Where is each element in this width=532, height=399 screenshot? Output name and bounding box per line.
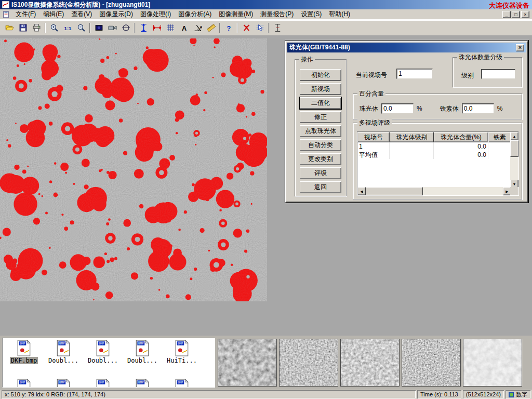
mdi-restore-button[interactable]: □: [512, 11, 520, 18]
capture-icon: [95, 23, 103, 32]
menu-item-help[interactable]: 帮助(H): [325, 9, 354, 20]
multiview-table: 视场号 珠光体级别 珠光体含量(%) 铁素 1 0.0 平均值: [357, 131, 519, 196]
menu-item-view[interactable]: 查看(V): [68, 9, 96, 20]
vertical-scrollbar[interactable]: ▲ ▼: [510, 132, 518, 188]
op-grade-button[interactable]: 评级: [300, 167, 341, 179]
op-initialize-button[interactable]: 初始化: [300, 69, 341, 81]
dialog-title: 珠光体(GB/T9441-88): [289, 43, 350, 52]
header-cell-ferrite[interactable]: 铁素: [488, 132, 511, 142]
file-item-partial[interactable]: [123, 379, 162, 388]
op-pick-pearlite-button[interactable]: 点取珠光体: [300, 125, 341, 137]
ferrite-label: 铁素体: [440, 104, 459, 113]
table-cell: 0.0: [434, 142, 488, 151]
horizontal-scroll-thumb[interactable]: [366, 187, 423, 195]
micrograph-image[interactable]: [0, 38, 267, 301]
thumbnail-5[interactable]: [463, 339, 522, 387]
file-name: Doubl...: [87, 357, 119, 364]
delete-button[interactable]: [240, 21, 253, 34]
table-row[interactable]: 平均值 0.0: [357, 151, 511, 159]
file-item-double-1[interactable]: Doubl...: [44, 340, 83, 364]
vertical-scroll-thumb[interactable]: [510, 140, 518, 157]
header-cell-level[interactable]: 珠光体级别: [390, 132, 434, 142]
horizontal-scroll-track[interactable]: [366, 187, 503, 195]
zoom-in-button[interactable]: [47, 21, 61, 34]
text-annotation-button[interactable]: A: [177, 21, 191, 34]
file-name: HuiTi...: [166, 357, 198, 364]
menu-item-edit[interactable]: 编辑(E): [39, 9, 68, 20]
op-new-field-button[interactable]: 新视场: [300, 83, 341, 95]
scroll-left-button[interactable]: ◀: [357, 187, 366, 195]
save-button[interactable]: [16, 21, 30, 34]
level-label: 级别: [461, 71, 474, 80]
help-button[interactable]: ?: [222, 21, 235, 34]
file-item-partial[interactable]: [163, 379, 201, 388]
measure-horizontal-button[interactable]: [150, 21, 164, 34]
thumbnail-3[interactable]: [340, 339, 400, 387]
file-item-dkf[interactable]: DKF.bmp: [5, 340, 43, 364]
level-input[interactable]: [481, 69, 515, 79]
mdi-close-button[interactable]: ×: [521, 11, 529, 18]
menu-item-image-measure[interactable]: 图像测量(M): [215, 9, 257, 20]
camera-button[interactable]: [105, 21, 119, 34]
current-view-input[interactable]: [396, 69, 433, 79]
red-x-scissors-icon: [242, 23, 251, 32]
menu-item-file[interactable]: 文件(F): [12, 9, 39, 20]
grade-count-group-label: 珠光体数量分级: [457, 54, 504, 61]
open-button[interactable]: [3, 21, 16, 34]
bmp-file-icon: [136, 379, 149, 388]
file-item-double-3[interactable]: Doubl...: [123, 340, 162, 364]
thumbnail-2[interactable]: [279, 339, 338, 387]
op-change-class-button[interactable]: 更改类别: [300, 153, 341, 165]
grid-button[interactable]: [164, 21, 177, 34]
operations-group: 操作 初始化 新视场 二值化 修正 点取珠光体 自动分类 更改类别 评级 返回: [295, 59, 347, 196]
actual-size-button[interactable]: 1:1: [61, 21, 74, 34]
menu-item-measure-report[interactable]: 测量报告(P): [257, 9, 297, 20]
op-binarize-button[interactable]: 二值化: [300, 97, 341, 109]
file-item-partial[interactable]: [44, 379, 83, 388]
pointer-select-button[interactable]: [253, 21, 267, 34]
op-auto-classify-button[interactable]: 自动分类: [300, 139, 341, 151]
op-return-button[interactable]: 返回: [300, 181, 341, 193]
video-camera-icon: [108, 23, 117, 32]
bmp-file-icon: [17, 340, 31, 356]
menu-item-image-analysis[interactable]: 图像分析(A): [175, 9, 215, 20]
print-button[interactable]: [30, 21, 43, 34]
zoom-out-button[interactable]: [74, 21, 88, 34]
dialog-close-button[interactable]: ×: [516, 44, 524, 51]
thumbnail-4[interactable]: [402, 339, 461, 387]
document-icon: [3, 11, 10, 18]
scroll-up-button[interactable]: ▲: [510, 132, 518, 140]
capture-button[interactable]: [92, 21, 105, 34]
ruler-button[interactable]: [204, 21, 218, 34]
file-item-double-2[interactable]: Doubl...: [84, 340, 122, 364]
file-item-partial[interactable]: [84, 379, 122, 388]
measure-vertical-button[interactable]: [137, 21, 150, 34]
table-row[interactable]: 1 0.0: [357, 142, 511, 151]
menu-item-image-display[interactable]: 图像显示(D): [96, 9, 137, 20]
vertical-measure-icon: [139, 23, 148, 32]
file-item-huiti[interactable]: HuiTi...: [163, 340, 201, 364]
caliper-button[interactable]: [271, 21, 284, 34]
mdi-window-controls: _ □ ×: [502, 11, 532, 18]
mdi-minimize-button[interactable]: _: [502, 11, 511, 18]
pearlite-percent-input[interactable]: [381, 103, 414, 114]
bmp-file-icon: [136, 340, 149, 356]
toolbar-separator: [134, 23, 135, 33]
menu-item-settings[interactable]: 设置(S): [297, 9, 325, 20]
dialog-title-bar[interactable]: 珠光体(GB/T9441-88) ×: [287, 43, 526, 52]
header-cell-view[interactable]: 视场号: [357, 132, 390, 142]
svg-text:A: A: [200, 25, 202, 30]
op-correct-button[interactable]: 修正: [300, 111, 341, 123]
menu-item-image-processing[interactable]: 图像处理(I): [137, 9, 175, 20]
ferrite-percent-input[interactable]: [462, 103, 494, 114]
floppy-disk-icon: [19, 23, 28, 32]
header-cell-content[interactable]: 珠光体含量(%): [434, 132, 488, 142]
target-button[interactable]: [119, 21, 132, 34]
table-cell: 平均值: [357, 151, 390, 159]
svg-text:?: ?: [227, 24, 231, 32]
thumbnail-1[interactable]: [218, 339, 277, 387]
angle-measure-button[interactable]: A: [191, 21, 204, 34]
horizontal-scrollbar[interactable]: ◀ ▶: [357, 187, 511, 195]
file-item-partial[interactable]: [5, 379, 43, 388]
table-cell: 1: [357, 142, 390, 151]
